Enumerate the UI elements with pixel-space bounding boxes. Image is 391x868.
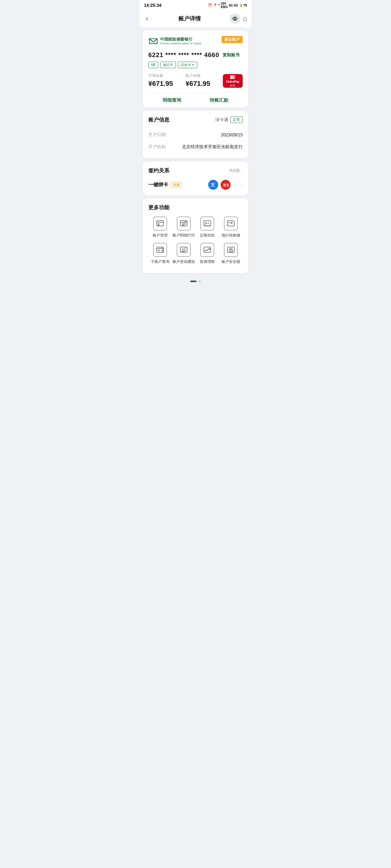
svg-rect-27 <box>227 221 234 226</box>
more-functions-section: 更多功能 账户管理 <box>143 198 248 273</box>
func-time-deposit[interactable]: 定期存款 <box>196 217 219 238</box>
account-info-right: 绿卡通 正常 <box>215 117 243 123</box>
chevron-right-icon: › <box>241 168 243 173</box>
bind-card-right: 支 京东 ··· › <box>208 180 243 190</box>
card-tag-debit: 借记卡 <box>160 62 176 68</box>
contract-chevron: › <box>241 182 243 187</box>
deposit-label: 定期存款 <box>200 233 215 238</box>
page-indicator <box>140 276 251 288</box>
account-info-header: 账户信息 绿卡通 正常 <box>148 116 243 123</box>
nav-bar: ‹ 账户详情 ⌂ <box>140 10 251 27</box>
bind-card-left: 一键绑卡 优惠 <box>148 182 182 188</box>
card-number-row: 6221 **** **** **** 4660 复制账号 <box>148 52 243 59</box>
open-date-row: 开户日期 2023/09/15 <box>148 129 243 141</box>
svg-point-18 <box>158 223 159 225</box>
print-svg <box>180 219 188 227</box>
nav-right-buttons: ⌂ <box>229 13 247 24</box>
psbc-emblem <box>148 36 158 46</box>
status-bar: 14:25:34 ⏰ 📍 * 104KB/s 5G 5G 🔋79 <box>140 0 251 10</box>
lock-svg <box>227 246 235 254</box>
invest-icon <box>200 243 214 257</box>
transfer-svg <box>227 219 235 227</box>
svg-text:京东: 京东 <box>223 183 229 187</box>
home-button[interactable]: ⌂ <box>243 14 247 23</box>
robot-icon[interactable] <box>229 13 241 24</box>
bank-name-en: POSTAL SAVINGS BANK OF CHINA <box>160 42 201 45</box>
func-account-manage[interactable]: 账户管理 <box>148 217 172 238</box>
svg-rect-5 <box>234 16 235 17</box>
available-balance: 可用余额 ¥671.95 <box>148 73 173 88</box>
default-badge: 默认账户 <box>222 36 243 43</box>
page-dot-1 <box>190 281 196 282</box>
invest-label: 投资理财 <box>200 259 215 265</box>
svg-point-24 <box>185 221 186 222</box>
invest-svg <box>203 246 211 254</box>
func-transfer[interactable]: 他行转邮储 <box>219 217 243 238</box>
svg-point-30 <box>158 250 160 251</box>
open-date-value: 2023/09/15 <box>221 132 243 137</box>
svg-rect-13 <box>233 75 235 79</box>
bluetooth-icon: * <box>219 3 220 7</box>
sub-account-svg <box>156 246 164 254</box>
contract-section: 签约关系 共8项 › 一键绑卡 优惠 支 京东 ··· › <box>143 161 248 195</box>
svg-text:支: 支 <box>211 182 215 187</box>
func-invest[interactable]: 投资理财 <box>196 243 219 265</box>
contract-count-text: 共8项 <box>229 168 240 174</box>
open-branch-value: 北京经济技术开发区光机电支行 <box>182 144 243 150</box>
deposit-svg <box>203 219 211 227</box>
back-button[interactable]: ‹ <box>144 14 150 23</box>
func-lock[interactable]: 账户安全锁 <box>219 243 243 265</box>
account-type: 绿卡通 <box>215 117 228 123</box>
contract-count-button[interactable]: 共8项 › <box>229 168 243 174</box>
more-dots[interactable]: ··· <box>233 182 239 188</box>
account-balance: 账户余额 ¥671.95 <box>186 73 211 88</box>
jd-symbol: 京东 <box>223 182 229 188</box>
unionpay-logo: UnionPay 银联 <box>223 74 243 88</box>
bind-card-label: 一键绑卡 <box>148 182 168 188</box>
svg-point-2 <box>233 18 234 19</box>
bank-name-wrap: 中国邮政储蓄银行 POSTAL SAVINGS BANK OF CHINA <box>160 37 201 45</box>
bind-card-row: 一键绑卡 优惠 支 京东 ··· › <box>148 180 243 190</box>
transfer-icon <box>224 217 238 230</box>
contract-header: 签约关系 共8项 › <box>148 167 243 174</box>
contract-title: 签约关系 <box>148 167 169 174</box>
transfer-label: 他行转邮储 <box>222 233 240 238</box>
functions-grid: 账户管理 账户明细打印 <box>148 217 243 265</box>
bank-logo: 中国邮政储蓄银行 POSTAL SAVINGS BANK OF CHINA <box>148 36 201 46</box>
account-info-section: 账户信息 绿卡通 正常 开户日期 2023/09/15 开户机构 北京经济技术开… <box>143 111 248 158</box>
copy-button[interactable]: 复制账号 <box>223 52 240 58</box>
unionpay-cn: 银联 <box>230 84 235 88</box>
func-sub-account[interactable]: 子账户查询 <box>148 243 172 265</box>
card-tag-type: I类 <box>148 62 158 68</box>
account-label: 账户余额 <box>186 73 211 79</box>
notify-icon <box>177 243 191 257</box>
func-print[interactable]: 账户明细打印 <box>172 217 196 238</box>
svg-rect-7 <box>237 18 238 19</box>
account-manage-label: 账户管理 <box>153 233 168 238</box>
card-number: 6221 **** **** **** 4660 <box>148 52 219 59</box>
lock-label: 账户安全锁 <box>222 259 240 265</box>
svg-rect-6 <box>232 18 233 19</box>
card-tags: I类 借记卡 闪光卡 ✏ <box>148 62 243 68</box>
bank-name-cn: 中国邮政储蓄银行 <box>160 37 201 42</box>
alarm-icon: ⏰ <box>208 3 212 7</box>
print-label: 账户明细打印 <box>172 233 195 238</box>
detail-query-button[interactable]: 明细查询 <box>148 93 196 107</box>
alipay-symbol: 支 <box>210 182 216 188</box>
card-actions: 明细查询 转账汇款 <box>148 93 243 107</box>
sub-account-icon <box>153 243 167 257</box>
promo-badge: 优惠 <box>171 182 182 188</box>
available-value: ¥671.95 <box>148 80 173 88</box>
balance-row: 可用余额 ¥671.95 账户余额 ¥671.95 UnionPay 银联 <box>148 73 243 88</box>
svg-rect-16 <box>157 221 164 226</box>
print-icon <box>177 217 191 230</box>
transfer-button[interactable]: 转账汇款 <box>196 93 243 107</box>
more-functions-title: 更多功能 <box>148 204 243 211</box>
status-icons: ⏰ 📍 * 104KB/s 5G 5G 🔋79 <box>208 2 247 9</box>
page-title: 账户详情 <box>178 15 201 22</box>
battery-icon: 🔋79 <box>239 3 247 7</box>
func-notify[interactable]: 账户变动通知 <box>172 243 196 265</box>
5g-signal-2: 5G <box>234 4 238 7</box>
notify-svg <box>180 246 188 254</box>
jd-icon: 京东 <box>221 180 230 190</box>
